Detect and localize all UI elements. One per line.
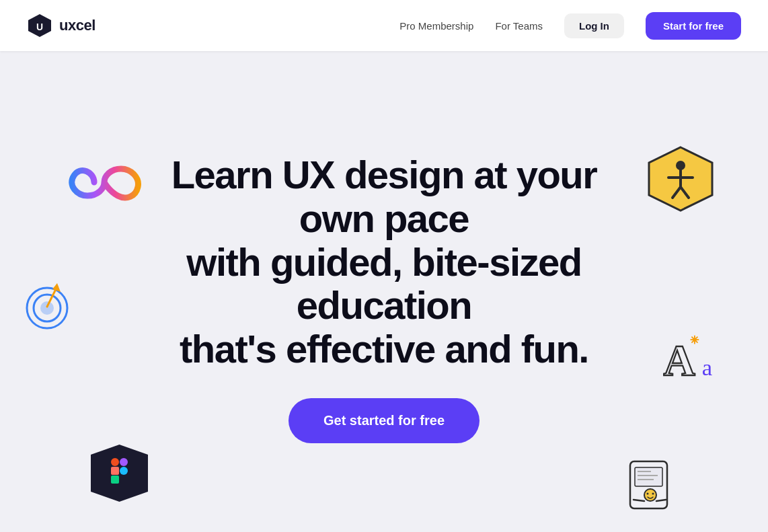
hero-content: Learn UX design at your own pace with gu… [122,113,646,471]
start-free-button[interactable]: Start for free [646,12,741,40]
navbar-links: Pro Membership For Teams Log In Start fo… [399,12,741,40]
svg-point-33 [652,493,654,495]
svg-text:A: A [664,336,695,383]
svg-point-32 [647,493,649,495]
svg-rect-10 [111,467,119,475]
accessibility-icon [647,145,714,213]
typography-icon: A a [660,334,728,387]
svg-rect-12 [111,476,119,484]
navbar: U uxcel Pro Membership For Teams Log In … [0,0,768,51]
get-started-button[interactable]: Get started for free [289,398,479,443]
svg-point-4 [40,301,54,315]
svg-rect-8 [111,458,119,466]
svg-line-34 [633,500,644,501]
svg-text:a: a [702,354,712,380]
hero-title: Learn UX design at your own pace with gu… [135,153,633,372]
logo-text: uxcel [59,17,95,34]
svg-line-35 [656,500,666,501]
svg-point-14 [676,161,685,170]
svg-point-31 [644,489,656,501]
nav-for-teams[interactable]: For Teams [495,20,543,32]
svg-text:U: U [36,22,43,32]
nav-pro-membership[interactable]: Pro Membership [399,20,473,32]
uxcel-logo-icon: U [27,13,52,38]
target-icon [20,280,74,334]
login-button[interactable]: Log In [564,13,624,38]
hero-section: A a [0,51,768,532]
logo[interactable]: U uxcel [27,13,95,38]
